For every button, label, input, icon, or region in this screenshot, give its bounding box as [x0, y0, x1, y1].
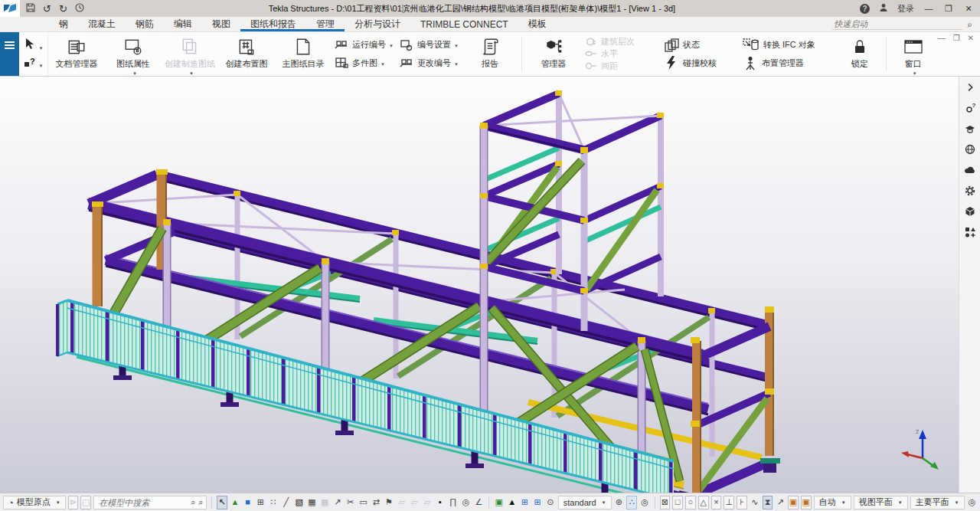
snap-extension-toggle[interactable]: ⊦ — [737, 496, 747, 509]
render-view-toggle[interactable]: ▣ — [494, 496, 505, 509]
snap-nearest-toggle[interactable]: ↗ — [775, 496, 786, 509]
save-icon[interactable] — [26, 3, 35, 14]
snap-ortho-toggle[interactable]: ▣ — [788, 496, 799, 509]
maximize-button[interactable]: ❐ — [943, 4, 954, 14]
help-icon[interactable]: ? — [860, 4, 870, 14]
settings-help-icon[interactable]: ? — [962, 100, 978, 116]
plane-visibility-toggle[interactable]: ◎ — [967, 496, 978, 509]
tab-rebar[interactable]: 钢筋 — [126, 17, 164, 31]
model-search[interactable]: ⌕ ⌕ — [93, 496, 207, 509]
convert-ifc-button[interactable]: 转换 IFC 对象 — [743, 38, 815, 52]
select-grids-toggle[interactable]: ▦ — [307, 496, 318, 509]
globe-icon[interactable] — [962, 142, 978, 157]
snap-settings-button[interactable]: ⊛ — [614, 496, 625, 509]
search-options-icon[interactable]: ⌕ — [198, 497, 203, 507]
main-plane-dropdown[interactable]: 主要平面 — [910, 496, 965, 509]
tab-view[interactable]: 视图 — [202, 17, 240, 31]
cloud-icon[interactable] — [962, 162, 978, 178]
angle-toggle[interactable]: ∠ — [473, 496, 484, 509]
snap-ref-toggle[interactable]: ▣ — [801, 496, 812, 509]
frame-toggle[interactable]: ∏ — [448, 496, 459, 509]
search-icon[interactable]: ⌕ — [967, 19, 972, 30]
model-search-input[interactable] — [97, 497, 188, 508]
select-lines-toggle[interactable]: ╱ — [281, 496, 292, 509]
view-plane-dropdown[interactable]: 视图平面 — [854, 496, 908, 509]
snap-intersection-toggle[interactable]: × — [711, 496, 722, 509]
snap-any-toggle[interactable]: ⧗ — [763, 496, 773, 509]
lock-button[interactable]: 锁定 — [837, 32, 883, 76]
redo-icon[interactable]: ↻ — [59, 4, 67, 14]
run-numbering-button[interactable]: 运行编号 — [335, 39, 394, 51]
part-render-toggle[interactable]: ▲ — [507, 496, 518, 509]
snap-circle-toggle[interactable]: ○ — [685, 496, 696, 509]
close-button[interactable]: ✕ — [963, 4, 974, 14]
tab-analysis-design[interactable]: 分析与设计 — [345, 17, 410, 31]
side-panel-expand-icon[interactable] — [962, 80, 978, 95]
swap-toggle[interactable]: ⇄ — [371, 496, 381, 509]
snap-visibility-button[interactable]: ◎ — [639, 496, 650, 509]
create-layout-drawing-button[interactable]: 创建布置图 — [218, 32, 275, 76]
search-icon[interactable]: ⌕ — [191, 497, 195, 507]
select-points-toggle[interactable]: ∷ — [268, 496, 279, 509]
select-cursor-toggle[interactable]: ↖ — [217, 496, 227, 509]
change-numbering-button[interactable]: 更改编号 — [400, 57, 459, 69]
history-icon[interactable] — [75, 3, 84, 14]
snap-points-button[interactable]: ∴ — [626, 496, 637, 509]
login-link[interactable]: 登录 — [897, 3, 914, 15]
status-button[interactable]: 状态 — [664, 38, 717, 52]
dark-square-toggle[interactable]: ▪ — [435, 496, 446, 509]
drawing-properties-button[interactable]: 图纸属性 — [105, 32, 162, 76]
reports-button[interactable]: 报告 — [462, 32, 518, 76]
tab-concrete[interactable]: 混凝土 — [78, 17, 126, 31]
window-button[interactable]: 窗口 — [890, 32, 937, 76]
grid-view-toggle[interactable]: ⊞ — [519, 496, 530, 509]
tab-drawings-reports[interactable]: 图纸和报告 — [240, 17, 306, 31]
multi-drawing-button[interactable]: 多件图 — [335, 57, 394, 69]
multi-grid-toggle[interactable]: ⊞ — [532, 496, 543, 509]
user-icon[interactable] — [879, 3, 888, 14]
snap-freeline-toggle[interactable]: ∿ — [750, 496, 760, 509]
organizer-button[interactable]: 管理器 — [525, 32, 582, 76]
learning-cap-icon[interactable] — [962, 121, 978, 136]
tab-edit[interactable]: 编辑 — [164, 17, 202, 31]
snap-center-toggle[interactable]: □ — [672, 496, 683, 509]
model-viewport[interactable]: z — [0, 77, 959, 493]
tab-trimble-connect[interactable]: TRIMBLE CONNECT — [410, 17, 518, 31]
model-origin-dropdown[interactable]: ◔ 模型原点 — [3, 496, 66, 509]
components-shapes-icon[interactable] — [962, 224, 978, 240]
select-cursor-button[interactable] — [24, 38, 44, 53]
ribbon-minimize-button[interactable]: — — [938, 34, 946, 42]
layout-manager-button[interactable]: 布置管理器 — [743, 56, 815, 70]
tab-manage[interactable]: 管理 — [306, 17, 345, 31]
file-menu-button[interactable] — [0, 32, 19, 76]
model-cube-icon[interactable] — [962, 204, 978, 219]
gear-icon[interactable] — [962, 183, 978, 198]
zoom-select-toggle[interactable]: ⊙ — [545, 496, 556, 509]
ribbon-close-button[interactable]: ✕ — [968, 34, 974, 42]
snap-endpoint-toggle[interactable]: ⊠ — [660, 496, 671, 509]
select-planes-toggle[interactable]: ▭ — [358, 496, 369, 509]
drag-drop-toggle[interactable]: ↗ — [332, 496, 343, 509]
snap-perpendicular-toggle[interactable]: ⊥ — [724, 496, 734, 509]
clash-check-button[interactable]: 碰撞校核 — [664, 56, 717, 70]
master-drawing-catalog-button[interactable]: 主图纸目录 — [275, 32, 332, 76]
auto-dropdown[interactable]: 自动 — [814, 496, 851, 509]
ribbon-restore-button[interactable]: ❐ — [953, 34, 960, 42]
minimize-button[interactable]: — — [923, 4, 934, 13]
undo-icon[interactable]: ↺ — [43, 4, 51, 14]
select-components-toggle[interactable]: ⊞ — [255, 496, 266, 509]
snap-midpoint-toggle[interactable]: △ — [698, 496, 709, 509]
standard-dropdown[interactable]: standard — [558, 496, 612, 509]
quick-launch-input[interactable] — [832, 18, 962, 30]
select-assemblies-toggle[interactable]: ▧ — [294, 496, 305, 509]
view-toggle[interactable]: ◎ — [461, 496, 472, 509]
tab-steel[interactable]: 钢 — [49, 17, 78, 31]
select-parts-toggle[interactable]: ▲ — [230, 496, 240, 509]
flag-toggle[interactable]: ⚑ — [384, 496, 394, 509]
numbering-settings-button[interactable]: 编号设置 — [400, 39, 459, 51]
tab-template[interactable]: 模板 — [518, 17, 557, 31]
document-manager-button[interactable]: 文档管理器 — [48, 32, 105, 76]
inquire-button[interactable]: ? — [24, 57, 44, 70]
cut-plane-toggle[interactable]: ✂ — [345, 496, 356, 509]
select-objects-toggle[interactable]: ■ — [243, 496, 253, 509]
